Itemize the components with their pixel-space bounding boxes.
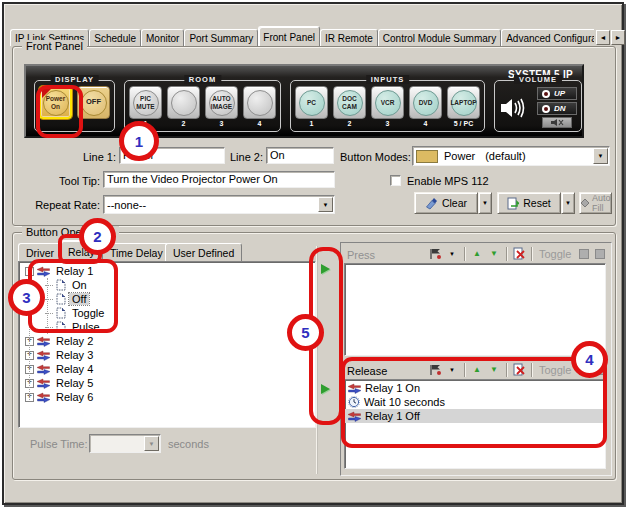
reset-dropdown-button[interactable]: ▼ bbox=[561, 192, 575, 214]
tree-item-label: Relay 4 bbox=[53, 363, 96, 375]
tree-item-relay1-toggle[interactable]: Toggle bbox=[21, 306, 315, 320]
press-panel-title: Press bbox=[347, 249, 375, 261]
reset-button-label: Reset bbox=[523, 197, 550, 209]
tree-item-relay1-pulse[interactable]: Pulse bbox=[21, 320, 315, 334]
run-macro-dropdown-icon[interactable]: ▼ bbox=[445, 246, 459, 262]
tree-item-relay-6[interactable]: + Relay 6 bbox=[21, 390, 315, 404]
release-action-relay1-off[interactable]: Relay 1 Off bbox=[345, 409, 605, 423]
release-action-list[interactable]: Relay 1 On Wait 10 seconds Relay 1 Off bbox=[344, 379, 606, 469]
relay-tree[interactable]: - Relay 1 On Off Toggle Pulse + Relay bbox=[18, 261, 316, 428]
delete-item-icon[interactable] bbox=[512, 246, 526, 262]
tree-item-relay-1[interactable]: - Relay 1 bbox=[21, 264, 315, 278]
enable-mps-label: Enable MPS 112 bbox=[407, 175, 489, 187]
mute-button[interactable] bbox=[542, 117, 572, 128]
reset-button[interactable]: Reset bbox=[497, 192, 561, 214]
input-button-vcr-label: VCR bbox=[375, 90, 401, 116]
move-down-icon[interactable]: ▼ bbox=[487, 362, 501, 378]
tree-item-relay-5[interactable]: + Relay 5 bbox=[21, 376, 315, 390]
clear-button[interactable]: Clear bbox=[414, 192, 478, 214]
display-section-label: DISPLAY bbox=[50, 75, 99, 84]
tree-item-label: Relay 2 bbox=[53, 335, 96, 347]
volume-down-button[interactable]: DN bbox=[537, 102, 577, 115]
volume-section: VOLUME UP DN bbox=[494, 80, 582, 132]
tree-item-relay1-on[interactable]: On bbox=[21, 278, 315, 292]
clear-button-label: Clear bbox=[442, 197, 467, 209]
input-button-vcr[interactable]: VCR bbox=[371, 86, 404, 119]
release-panel-title: Release bbox=[347, 365, 387, 377]
line1-input[interactable]: Power bbox=[119, 147, 225, 164]
display-section: DISPLAY Power On OFF bbox=[34, 80, 115, 132]
tree-item-relay-4[interactable]: + Relay 4 bbox=[21, 362, 315, 376]
line2-input[interactable]: On bbox=[266, 147, 334, 164]
input-button-laptop[interactable]: LAPTOP bbox=[447, 86, 480, 119]
clear-dropdown-button[interactable]: ▼ bbox=[478, 192, 492, 214]
release-action-wait[interactable]: Wait 10 seconds bbox=[345, 395, 605, 409]
repeat-rate-dropdown-arrow[interactable]: ▼ bbox=[318, 197, 333, 212]
repeat-rate-dropdown[interactable]: --none-- ▼ bbox=[103, 195, 335, 214]
device-panel-image: SYSTEM 5 IP DISPLAY Power On OFF ROOM bbox=[24, 64, 584, 138]
move-up-icon[interactable]: ▲ bbox=[470, 362, 484, 378]
press-toggle-color-1 bbox=[579, 249, 589, 259]
move-up-icon[interactable]: ▲ bbox=[470, 246, 484, 262]
tab-ir-remote[interactable]: IR Remote bbox=[320, 29, 378, 46]
room-button-4[interactable] bbox=[243, 86, 276, 119]
room-number-1: 1 bbox=[144, 120, 148, 127]
tab-port-summary[interactable]: Port Summary bbox=[184, 29, 258, 46]
run-macro-dropdown-icon[interactable]: ▼ bbox=[445, 362, 459, 378]
input-number-1: 1 bbox=[310, 120, 314, 127]
room-button-1-label: PIC MUTE bbox=[133, 90, 159, 116]
input-button-dvd[interactable]: DVD bbox=[409, 86, 442, 119]
volume-up-label: UP bbox=[554, 89, 565, 98]
room-button-3[interactable]: AUTO IMAGE bbox=[205, 86, 238, 119]
run-macro-icon[interactable] bbox=[428, 362, 442, 378]
pulse-time-label: Pulse Time: bbox=[30, 438, 86, 450]
move-down-icon[interactable]: ▼ bbox=[487, 246, 501, 262]
tab-scroll-left-button[interactable]: ◄ bbox=[596, 30, 610, 45]
release-action-label: Relay 1 On bbox=[365, 382, 420, 394]
tree-item-relay-3[interactable]: + Relay 3 bbox=[21, 348, 315, 362]
tree-item-relay-2[interactable]: + Relay 2 bbox=[21, 334, 315, 348]
input-button-pc[interactable]: PC bbox=[295, 86, 328, 119]
tool-tip-input[interactable]: Turn the Video Projector Power On bbox=[103, 171, 335, 188]
add-to-release-button[interactable] bbox=[321, 384, 330, 394]
enable-mps-checkbox[interactable] bbox=[390, 175, 401, 186]
front-panel-group-title: Front Panel bbox=[22, 40, 87, 53]
input-number-5: 5 / PC bbox=[454, 120, 473, 127]
tab-front-panel[interactable]: Front Panel bbox=[258, 26, 320, 46]
tree-item-relay1-off[interactable]: Off bbox=[21, 292, 315, 306]
volume-up-button[interactable]: UP bbox=[537, 87, 577, 100]
tab-time-delay[interactable]: Time Delay bbox=[102, 243, 171, 261]
power-off-button[interactable]: OFF bbox=[77, 86, 110, 119]
input-number-3: 3 bbox=[386, 120, 390, 127]
button-modes-dropdown[interactable]: Power (default) ▼ bbox=[412, 146, 610, 166]
tab-advanced-configuration[interactable]: Advanced Configuration bbox=[501, 29, 594, 46]
relay-icon bbox=[348, 383, 361, 394]
input-button-doc-cam[interactable]: DOC CAM bbox=[333, 86, 366, 119]
input-button-pc-label: PC bbox=[299, 90, 325, 116]
delete-item-icon[interactable] bbox=[512, 362, 526, 378]
tab-driver[interactable]: Driver bbox=[18, 243, 62, 261]
tab-monitor[interactable]: Monitor bbox=[141, 29, 184, 46]
line1-label: Line 1: bbox=[70, 151, 116, 163]
add-to-press-button[interactable] bbox=[321, 264, 330, 274]
tab-scroll-right-button[interactable]: ► bbox=[611, 30, 625, 45]
release-action-relay1-on[interactable]: Relay 1 On bbox=[345, 381, 605, 395]
tab-user-defined[interactable]: User Defined bbox=[165, 243, 242, 261]
room-number-2: 2 bbox=[182, 120, 186, 127]
input-button-laptop-label: LAPTOP bbox=[451, 90, 477, 116]
tree-item-label: Relay 5 bbox=[53, 377, 96, 389]
room-button-2[interactable] bbox=[167, 86, 200, 119]
button-modes-dropdown-arrow[interactable]: ▼ bbox=[593, 148, 608, 164]
button-operations-group-title: Button Operations bbox=[22, 226, 119, 239]
power-on-button[interactable]: Power On bbox=[39, 86, 72, 119]
line2-label: Line 2: bbox=[226, 151, 263, 163]
room-button-4-label bbox=[247, 90, 273, 116]
tab-relay[interactable]: Relay bbox=[60, 240, 103, 261]
room-button-1[interactable]: PIC MUTE bbox=[129, 86, 162, 119]
auto-fill-button-label: Auto Fill bbox=[592, 193, 611, 213]
press-action-list[interactable] bbox=[344, 263, 606, 356]
tab-schedule[interactable]: Schedule bbox=[89, 29, 141, 46]
press-toggle-label: Toggle bbox=[539, 248, 571, 260]
run-macro-icon[interactable] bbox=[428, 246, 442, 262]
tab-control-module-summary[interactable]: Control Module Summary bbox=[378, 29, 501, 46]
